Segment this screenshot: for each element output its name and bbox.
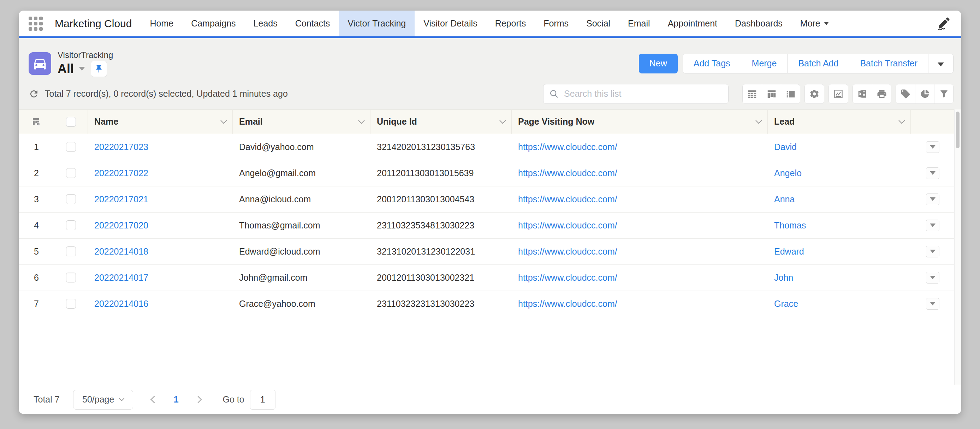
nav-item-social[interactable]: Social [578,11,619,37]
chart-button[interactable] [829,84,848,103]
page-visiting-link[interactable]: https://www.cloudcc.com/ [518,246,617,257]
page-visiting-link[interactable]: https://www.cloudcc.com/ [518,168,617,178]
nav-item-forms[interactable]: Forms [535,11,578,37]
lead-link[interactable]: John [774,273,793,283]
row-checkbox[interactable] [66,246,76,256]
record-name-link[interactable]: 20220217020 [94,220,148,230]
page-visiting-link[interactable]: https://www.cloudcc.com/ [518,194,617,205]
column-header-unique-id[interactable]: Unique Id [371,110,512,134]
row-actions-dropdown-button[interactable] [926,219,939,231]
vertical-scrollbar-thumb[interactable] [956,111,959,148]
total-records-label: Total 7 [33,394,60,405]
add-tags-button[interactable]: Add Tags [683,54,741,73]
unique-id-cell: 20012011303013004543 [371,194,512,205]
row-checkbox[interactable] [66,194,76,204]
filter-button[interactable] [934,84,953,103]
nav-item-victor-tracking[interactable]: Victor Tracking [339,11,415,37]
record-name-link[interactable]: 20220217021 [94,194,148,205]
column-header-lead[interactable]: Lead [768,110,911,134]
column-header-page-visiting-now[interactable]: Page Visiting Now [512,110,768,134]
vertical-scrollbar-track[interactable] [954,110,961,385]
row-actions-dropdown-button[interactable] [926,194,939,205]
column-menu-chevron-icon[interactable] [500,117,506,124]
empty-table-area [19,317,954,385]
search-input[interactable] [564,89,722,99]
list-view-name: All [57,62,74,76]
row-number: 1 [19,142,54,152]
pin-view-button[interactable] [91,61,107,77]
refresh-button[interactable] [29,89,39,99]
row-checkbox[interactable] [66,299,76,308]
goto-page-input[interactable] [250,390,275,410]
row-number: 6 [19,273,54,283]
nav-item-email[interactable]: Email [619,11,659,37]
app-window: Marketing Cloud Home Campaigns Leads Con… [19,11,961,414]
record-name-link[interactable]: 20220214016 [94,299,148,309]
tags-button[interactable] [896,84,915,103]
batch-transfer-button[interactable]: Batch Transfer [849,54,928,73]
app-launcher-icon[interactable] [29,17,43,31]
email-cell: David@yahoo.com [233,142,371,152]
nav-item-visitor-details[interactable]: Visitor Details [415,11,486,37]
row-actions-dropdown-button[interactable] [926,246,939,257]
batch-add-button[interactable]: Batch Add [787,54,849,73]
nav-item-more[interactable]: More [791,11,838,37]
row-checkbox[interactable] [66,168,76,178]
nav-item-reports[interactable]: Reports [486,11,535,37]
nav-item-dashboards[interactable]: Dashboards [726,11,791,37]
lead-link[interactable]: Grace [774,299,798,309]
column-menu-chevron-icon[interactable] [358,117,364,124]
lead-link[interactable]: Anna [774,194,795,205]
page-visiting-link[interactable]: https://www.cloudcc.com/ [518,273,617,283]
row-checkbox[interactable] [66,220,76,230]
kanban-view-button[interactable] [762,84,781,103]
lead-link[interactable]: Thomas [774,220,806,230]
lead-link[interactable]: Edward [774,246,804,257]
row-checkbox[interactable] [66,142,76,152]
pie-chart-button[interactable] [915,84,934,103]
nav-item-appointment[interactable]: Appointment [659,11,726,37]
next-page-button[interactable] [194,396,202,403]
column-header-name[interactable]: Name [88,110,233,134]
table-settings-header-cell[interactable] [19,110,54,134]
column-menu-chevron-icon[interactable] [220,117,227,124]
previous-page-button[interactable] [150,396,158,403]
edit-pencil-icon[interactable] [936,16,951,31]
current-page-number[interactable]: 1 [174,394,179,405]
record-name-link[interactable]: 20220214018 [94,246,148,257]
column-header-email[interactable]: Email [233,110,371,134]
select-all-checkbox[interactable] [66,117,76,127]
column-menu-chevron-icon[interactable] [756,117,762,124]
lead-link[interactable]: David [774,142,797,152]
chevron-down-icon [930,249,935,253]
nav-item-contacts[interactable]: Contacts [286,11,339,37]
table-view-button[interactable] [743,84,762,103]
funnel-icon [939,89,949,99]
row-actions-dropdown-button[interactable] [926,167,939,179]
merge-button[interactable]: Merge [741,54,788,73]
page-size-select[interactable]: 50/page [73,390,133,410]
row-checkbox[interactable] [66,273,76,283]
split-view-button[interactable] [781,84,800,103]
lead-link[interactable]: Angelo [774,168,802,178]
new-button[interactable]: New [639,54,678,73]
view-selector-caret-icon[interactable] [79,67,85,71]
settings-button[interactable] [805,84,824,103]
excel-export-button[interactable] [853,84,872,103]
record-name-link[interactable]: 20220217022 [94,168,148,178]
nav-item-campaigns[interactable]: Campaigns [182,11,244,37]
record-name-link[interactable]: 20220217023 [94,142,148,152]
nav-item-home[interactable]: Home [141,11,182,37]
row-actions-dropdown-button[interactable] [926,298,939,310]
page-visiting-link[interactable]: https://www.cloudcc.com/ [518,142,617,152]
page-visiting-link[interactable]: https://www.cloudcc.com/ [518,220,617,230]
row-actions-dropdown-button[interactable] [926,272,939,284]
print-button[interactable] [872,84,891,103]
more-actions-dropdown-button[interactable] [928,54,953,73]
page-visiting-link[interactable]: https://www.cloudcc.com/ [518,299,617,309]
record-name-link[interactable]: 20220214017 [94,273,148,283]
row-actions-dropdown-button[interactable] [926,141,939,153]
nav-item-leads[interactable]: Leads [245,11,286,37]
column-menu-chevron-icon[interactable] [899,117,905,124]
table-settings-icon [31,116,42,127]
